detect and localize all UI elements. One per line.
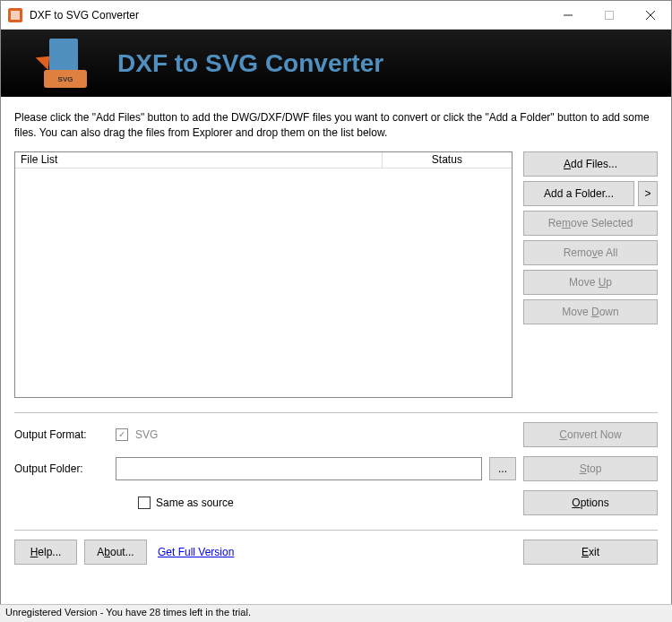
side-button-column: Add Files... Add a Folder... > Remove Se… [523,151,658,398]
window-controls [547,1,671,30]
instructions-text: Please click the "Add Files" button to a… [14,110,658,141]
app-icon [8,8,22,22]
maximize-button[interactable] [589,1,630,30]
divider-2 [14,530,658,531]
output-format-value: SVG [135,428,158,441]
svg-rect-2 [606,11,614,19]
add-files-button[interactable]: Add Files... [523,151,658,177]
same-as-source-checkbox[interactable]: ✓ [138,497,151,509]
output-format-label: Output Format: [14,428,108,441]
close-button[interactable] [630,1,671,30]
move-down-button[interactable]: Move Down [523,299,658,324]
browse-folder-button[interactable]: ... [489,457,516,480]
convert-now-button[interactable]: Convert Now [523,422,658,447]
banner-title: DXF to SVG Converter [117,49,383,78]
options-button[interactable]: Options [523,490,658,515]
about-button[interactable]: About... [84,540,147,565]
remove-selected-button[interactable]: Remove Selected [523,211,658,236]
banner-icon: SVG [37,39,95,88]
output-folder-input[interactable] [116,457,482,480]
window-title: DXF to SVG Converter [30,9,547,22]
divider [14,412,658,413]
same-as-source-label: Same as source [156,497,234,509]
svg-rect-0 [11,11,20,20]
stop-button[interactable]: Stop [523,456,658,481]
file-list-header: File List Status [15,152,512,168]
banner: SVG DXF to SVG Converter [1,30,671,97]
move-up-button[interactable]: Move Up [523,270,658,295]
minimize-button[interactable] [547,1,589,30]
get-full-version-link[interactable]: Get Full Version [158,546,234,558]
remove-all-button[interactable]: Remove All [523,240,658,265]
file-list-col-file[interactable]: File List [15,152,383,168]
titlebar: DXF to SVG Converter [1,1,671,30]
file-list-col-status[interactable]: Status [383,152,512,168]
help-button[interactable]: Help... [14,540,77,565]
output-folder-label: Output Folder: [14,462,108,475]
add-folder-button[interactable]: Add a Folder... [523,181,634,206]
output-format-checkbox: ✓ [116,428,128,441]
file-list[interactable]: File List Status [14,151,513,398]
add-folder-dropdown-button[interactable]: > [638,181,658,206]
exit-button[interactable]: Exit [523,540,658,565]
status-bar: Unregistered Version - You have 28 times… [0,604,672,622]
